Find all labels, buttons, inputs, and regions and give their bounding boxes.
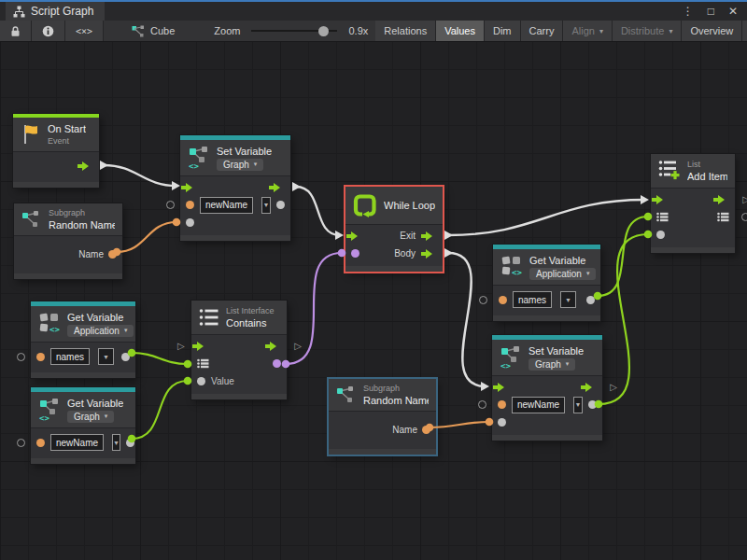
value-out-port[interactable] — [121, 353, 130, 361]
node-title: While Loop — [384, 200, 435, 211]
dim-button[interactable]: Dim — [485, 21, 521, 41]
flow-out-port[interactable] — [274, 183, 285, 192]
variable-scope-dropdown[interactable]: Graph — [529, 358, 575, 371]
node-while-loop[interactable]: While Loop Exit Body — [345, 187, 443, 272]
list-in-port[interactable] — [197, 358, 209, 369]
value-port-label: Value — [211, 376, 234, 386]
maximize-icon[interactable]: □ — [708, 6, 714, 17]
align-button[interactable]: Align — [563, 21, 612, 41]
node-set-variable-left[interactable]: <> Set Variable Graph newName ▼ — [180, 135, 290, 241]
item-in-port[interactable] — [656, 231, 665, 239]
variable-scope-dropdown[interactable]: Application — [529, 268, 596, 280]
flow-out-port[interactable] — [82, 161, 93, 171]
flow-in-port[interactable] — [197, 342, 208, 351]
variable-name-dropdown[interactable]: names — [513, 291, 552, 308]
wire-onstart-to-setvar — [104, 165, 176, 186]
variable-name-dropdown[interactable]: newName — [200, 197, 253, 214]
node-kicker: List — [687, 160, 727, 169]
variable-name-port[interactable] — [498, 400, 506, 409]
node-get-variable-graph-left[interactable]: <> Get Variable Graph newName ▼ — [31, 387, 135, 464]
node-footer — [31, 372, 135, 378]
zoom-slider[interactable] — [251, 30, 337, 32]
node-kicker: List Interface — [226, 306, 275, 315]
node-footer — [13, 182, 99, 188]
values-button[interactable]: Values — [436, 21, 485, 41]
value-out-port[interactable] — [588, 400, 597, 409]
node-on-start[interactable]: On Start Event — [13, 114, 99, 188]
body-flow-out-port[interactable] — [426, 249, 437, 259]
flow-in-port[interactable] — [186, 183, 197, 192]
node-title: Contains — [226, 317, 275, 329]
graph-context[interactable]: Cube — [124, 21, 182, 41]
variable-name-port[interactable] — [36, 353, 45, 361]
exit-flow-out-port[interactable] — [426, 231, 437, 241]
variable-scope-dropdown[interactable]: Application — [67, 325, 134, 337]
dropdown-arrow-button[interactable]: ▼ — [560, 291, 576, 308]
value-out-port[interactable] — [126, 439, 134, 447]
zoom-slider-handle[interactable] — [318, 26, 329, 36]
node-set-variable-right[interactable]: <> Set Variable Graph ▷ newName ▼ — [492, 335, 602, 441]
variable-scope-dropdown[interactable]: Graph — [67, 411, 114, 423]
get-variable-icon: <> — [38, 398, 61, 422]
value-in-port[interactable] — [197, 377, 205, 385]
flow-in-port[interactable] — [351, 231, 362, 241]
node-footer — [492, 435, 602, 441]
fullscreen-button[interactable]: Full Screen — [742, 21, 747, 41]
node-subgraph-left[interactable]: Subgraph Random Name Name — [14, 203, 122, 279]
relations-button[interactable]: Relations — [375, 21, 436, 41]
wire-names-to-additem-list — [598, 217, 648, 296]
condition-in-port[interactable] — [351, 249, 359, 258]
value-out-port[interactable] — [276, 201, 285, 209]
node-footer — [31, 458, 135, 464]
variable-scope-dropdown[interactable]: Graph — [217, 159, 263, 171]
node-get-variable-app-left[interactable]: <> Get Variable Application names ▼ — [31, 301, 135, 378]
name-out-port[interactable] — [422, 426, 430, 434]
node-contains[interactable]: List Interface Contains ▷ ▷ — [191, 301, 287, 399]
value-out-port[interactable] — [586, 296, 595, 304]
tab-script-graph[interactable]: Script Graph — [6, 2, 105, 21]
variable-name-port[interactable] — [36, 439, 45, 447]
node-add-item[interactable]: List Add Item ▷ — [651, 154, 735, 253]
list-icon — [199, 308, 219, 327]
flow-out-port[interactable] — [718, 195, 729, 204]
set-variable-icon: <> — [500, 345, 522, 370]
carry-button[interactable]: Carry — [521, 21, 564, 41]
code-view-button[interactable]: <×> — [65, 21, 104, 41]
dropdown-arrow-button[interactable]: ▼ — [261, 197, 271, 214]
node-get-variable-app-right[interactable]: <> Get Variable Application names ▼ — [493, 245, 600, 321]
name-out-port[interactable] — [108, 250, 117, 259]
node-title: Get Variable — [529, 255, 593, 266]
node-title: On Start — [48, 123, 86, 134]
variable-name-dropdown[interactable]: names — [50, 348, 90, 365]
flow-in-port[interactable] — [656, 195, 668, 204]
value-in-port[interactable] — [186, 218, 194, 227]
graph-canvas[interactable]: On Start Event <> Set Variable Graph — [0, 41, 747, 560]
distribute-button[interactable]: Distribute — [613, 21, 682, 41]
info-button[interactable] — [32, 21, 65, 41]
lock-button[interactable] — [0, 21, 32, 41]
dropdown-arrow-button[interactable]: ▼ — [98, 348, 114, 365]
list-in-port[interactable] — [656, 212, 669, 222]
flow-in-port[interactable] — [498, 383, 509, 392]
flow-out-port[interactable] — [270, 342, 281, 351]
close-icon[interactable]: ✕ — [728, 6, 738, 17]
node-subgraph-right[interactable]: Subgraph Random Name Name — [329, 379, 436, 455]
dropdown-arrow-button[interactable]: ▼ — [112, 434, 120, 451]
window-menu-icon[interactable]: ⋮ — [683, 6, 694, 17]
variable-name-dropdown[interactable]: newName — [512, 397, 565, 413]
node-footer — [493, 315, 600, 321]
variable-name-port[interactable] — [499, 296, 507, 304]
zoom-label: Zoom — [214, 25, 240, 36]
variable-name-dropdown[interactable]: newName — [50, 434, 104, 451]
node-title: Get Variable — [67, 398, 123, 409]
variable-name-port[interactable] — [186, 201, 194, 209]
dropdown-arrow-button[interactable]: ▼ — [573, 397, 583, 413]
while-loop-icon — [353, 193, 377, 217]
output-port-label: Name — [78, 249, 104, 259]
add-item-icon — [658, 160, 681, 182]
flow-out-port[interactable] — [585, 383, 597, 392]
bool-out-port[interactable] — [273, 359, 281, 368]
value-in-port[interactable] — [498, 418, 506, 427]
overview-button[interactable]: Overview — [682, 21, 742, 41]
list-out-port[interactable] — [717, 212, 729, 222]
